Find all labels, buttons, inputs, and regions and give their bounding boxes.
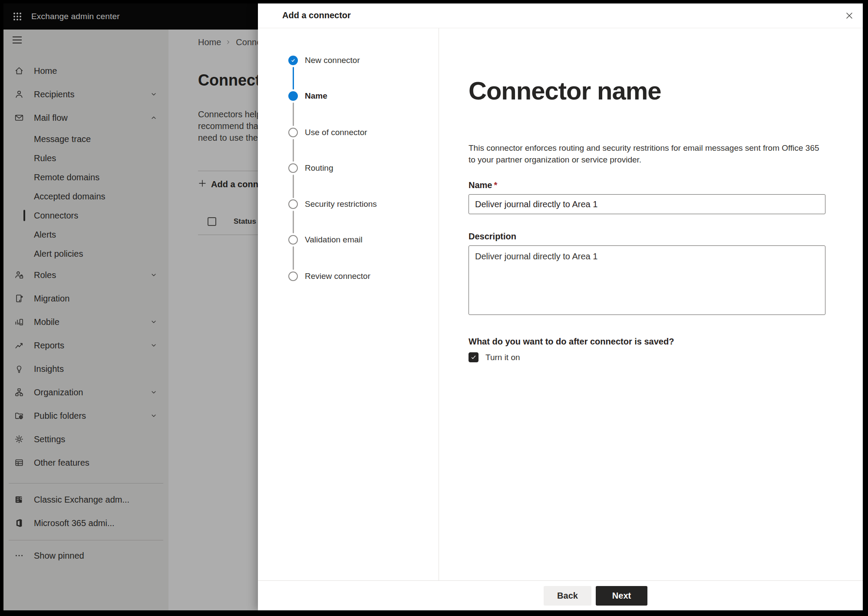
step-upcoming-icon [288, 128, 298, 137]
step-upcoming-icon [288, 272, 298, 281]
step-upcoming-icon [288, 163, 298, 173]
close-button[interactable] [843, 9, 856, 22]
wizard-step-label: Routing [305, 163, 333, 173]
back-button[interactable]: Back [544, 586, 591, 606]
exchange-admin-app: Exchange admin center Home Recipients Ma… [3, 3, 863, 610]
step-connector-line [293, 103, 294, 126]
checkmark-icon [470, 354, 477, 361]
step-connector-line [293, 175, 294, 198]
dialog-footer: Back Next [258, 580, 863, 610]
connector-description-textarea[interactable]: Deliver journal directly to Area 1 [469, 245, 825, 315]
after-save-question: What do you want to do after connector i… [469, 337, 674, 347]
turn-on-row: Turn it on [469, 352, 520, 362]
wizard-step-name[interactable]: Name [258, 90, 327, 102]
dialog-content: Connector name This connector enforces r… [439, 28, 863, 580]
step-connector-line [293, 67, 294, 89]
wizard-steps-panel: New connector Name Use of connector Rout… [258, 28, 439, 580]
step-description: This connector enforces routing and secu… [469, 142, 819, 166]
wizard-step-review-connector[interactable]: Review connector [258, 271, 370, 282]
wizard-step-label: Use of connector [305, 128, 367, 137]
turn-on-checkbox[interactable] [469, 352, 479, 362]
step-completed-icon [288, 56, 298, 65]
wizard-step-validation-email[interactable]: Validation email [258, 234, 363, 245]
description-field-label: Description [469, 232, 516, 242]
wizard-step-label: Name [305, 91, 327, 101]
turn-on-label: Turn it on [485, 353, 520, 362]
description-line: to your partner organization or service … [469, 154, 819, 166]
connector-name-input[interactable] [469, 194, 825, 214]
wizard-step-label: Security restrictions [305, 199, 377, 209]
wizard-step-label: Review connector [305, 272, 370, 281]
required-marker: * [494, 180, 497, 190]
step-active-icon [288, 91, 298, 101]
dialog-title: Add a connector [282, 10, 351, 20]
step-connector-line [293, 139, 294, 162]
wizard-step-security-restrictions[interactable]: Security restrictions [258, 199, 377, 210]
wizard-step-use-of-connector[interactable]: Use of connector [258, 127, 367, 138]
name-field-label: Name* [469, 180, 497, 190]
wizard-step-new-connector[interactable]: New connector [258, 55, 360, 66]
step-upcoming-icon [288, 235, 298, 245]
step-connector-line [293, 211, 294, 233]
dialog-header: Add a connector [258, 3, 863, 28]
step-connector-line [293, 246, 294, 270]
next-button[interactable]: Next [596, 586, 647, 606]
close-icon [845, 11, 854, 20]
wizard-step-label: Validation email [305, 235, 363, 245]
step-upcoming-icon [288, 199, 298, 209]
description-line: This connector enforces routing and secu… [469, 142, 819, 154]
wizard-step-routing[interactable]: Routing [258, 162, 333, 174]
step-page-title: Connector name [469, 76, 661, 105]
add-connector-dialog: Add a connector New connector Name Us [258, 3, 863, 610]
wizard-step-label: New connector [305, 56, 360, 65]
